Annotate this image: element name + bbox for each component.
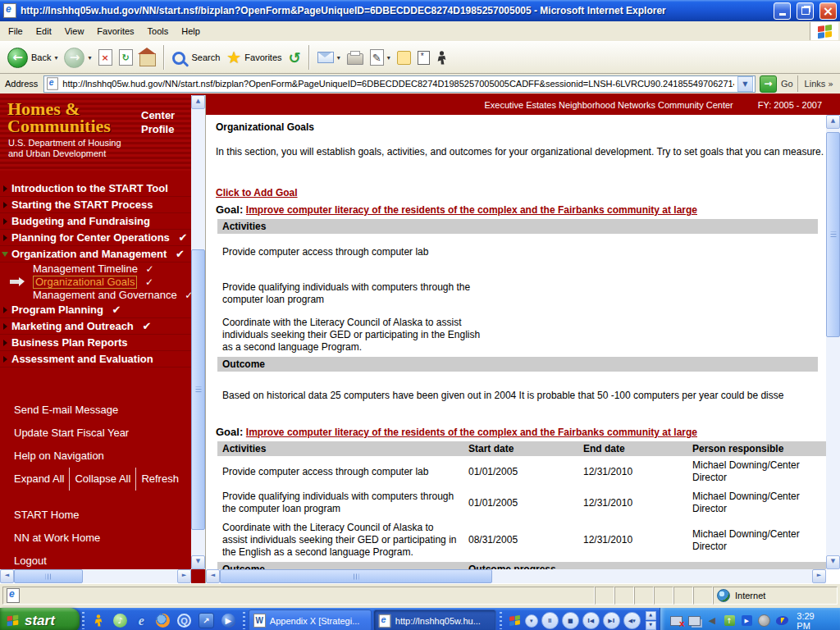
address-url[interactable]: http://lnshhq05w.hud.gov/NN/start.nsf/bi…	[62, 79, 734, 89]
scroll-down-icon[interactable]: ▼	[191, 555, 205, 569]
discuss-button[interactable]	[395, 49, 413, 66]
scrollbar-thumb[interactable]	[191, 249, 205, 530]
menu-edit[interactable]: Edit	[30, 26, 58, 36]
start-button[interactable]: start	[0, 608, 80, 630]
toolbar-grip[interactable]	[500, 612, 502, 629]
scrollbar-thumb[interactable]	[220, 569, 492, 583]
scroll-up-icon[interactable]: ▲	[191, 95, 205, 109]
mail-dropdown-icon[interactable]: ▾	[337, 54, 340, 62]
music-player-icon[interactable]: ♪	[113, 614, 127, 628]
go-button[interactable]: Go	[781, 79, 793, 89]
firefox-icon[interactable]	[156, 614, 170, 628]
nn-at-work-home-link[interactable]: NN at Work Home	[0, 527, 205, 550]
collapse-all-link[interactable]: Collapse All	[69, 468, 135, 491]
nav-organization-management[interactable]: Organization and Management ✔	[0, 246, 205, 262]
nav-marketing-outreach[interactable]: Marketing and Outreach ✔	[0, 318, 205, 335]
scroll-down-icon[interactable]: ▼	[826, 555, 840, 569]
sidebar-horizontal-scrollbar[interactable]: ◄ ►	[0, 569, 191, 583]
next-track-button[interactable]: ▶I	[603, 612, 620, 629]
media-dropdown-icon[interactable]: ▾	[525, 614, 538, 628]
nav-program-planning[interactable]: Program Planning ✔	[0, 302, 205, 318]
task-button-word[interactable]: W Appendix X [Strategi...	[249, 609, 372, 630]
clock[interactable]: 3:29 PM	[797, 611, 829, 630]
nav-organizational-goals-current[interactable]: Organizational Goals ✓	[0, 276, 205, 289]
history-button[interactable]: ↺	[286, 48, 304, 68]
edit-dropdown-icon[interactable]: ▾	[387, 54, 390, 62]
favorites-button[interactable]: ★ Favorites	[224, 48, 284, 67]
update-fiscal-year-link[interactable]: Update Start Fiscal Year	[0, 422, 205, 445]
stop-button[interactable]: ×	[96, 48, 115, 67]
deskband-down-icon[interactable]: ▼	[646, 621, 656, 630]
menu-view[interactable]: View	[58, 26, 91, 36]
previous-track-button[interactable]: I◀	[582, 612, 600, 629]
menu-file[interactable]: File	[2, 26, 30, 36]
sidebar-vertical-scrollbar[interactable]: ▲ ▼	[191, 95, 205, 569]
mail-button[interactable]: ▾	[315, 50, 343, 65]
goal-link-1[interactable]: Improve computer literacy of the residen…	[246, 204, 697, 216]
back-button[interactable]: ← Back ▾	[5, 46, 60, 70]
deskband-up-icon[interactable]: ▲	[646, 611, 656, 620]
scrollbar-thumb[interactable]	[14, 569, 83, 583]
safely-remove-hardware-icon[interactable]: ↑	[724, 614, 735, 627]
back-dropdown-icon[interactable]: ▾	[54, 54, 57, 62]
links-toolbar[interactable]: Links »	[797, 75, 837, 92]
start-home-link[interactable]: START Home	[0, 504, 205, 527]
nav-management-governance[interactable]: Management and Governance ✓	[0, 289, 205, 302]
globe-tray-icon[interactable]	[758, 614, 770, 627]
toolbar-grip[interactable]	[243, 612, 245, 629]
nav-assessment-evaluation[interactable]: Assessment and Evaluation	[0, 351, 205, 368]
scroll-right-icon[interactable]: ►	[812, 569, 826, 583]
nav-introduction[interactable]: Introduction to the START Tool	[0, 180, 205, 197]
nav-planning-operations[interactable]: Planning for Center Operations ✔	[0, 230, 205, 246]
restore-button[interactable]	[797, 2, 814, 20]
scroll-up-icon[interactable]: ▲	[826, 115, 840, 129]
scrollbar-thumb[interactable]	[826, 132, 840, 337]
edit-button[interactable]: ✎ ▾	[368, 48, 393, 67]
search-button[interactable]: Search	[170, 48, 223, 66]
media-tray-icon[interactable]: ▶	[741, 614, 752, 627]
forward-dropdown-icon[interactable]: ▾	[88, 54, 91, 62]
volume-icon[interactable]: ◀	[706, 614, 718, 627]
nav-starting-process[interactable]: Starting the START Process	[0, 197, 205, 213]
expand-all-link[interactable]: Expand All	[14, 468, 69, 491]
goal-link-2[interactable]: Improve computer literacy of the residen…	[246, 427, 697, 438]
help-navigation-link[interactable]: Help on Navigation	[0, 445, 205, 468]
go-arrow-icon[interactable]: →	[760, 75, 777, 93]
refresh-link[interactable]: Refresh	[135, 468, 184, 491]
nav-management-timeline[interactable]: Management Timeline ✓	[0, 262, 205, 276]
main-vertical-scrollbar[interactable]: ▲ ▼	[826, 115, 840, 569]
volume-button[interactable]: ◀▾	[623, 612, 641, 629]
forward-button[interactable]: → ▾	[62, 46, 94, 70]
menu-help[interactable]: Help	[175, 26, 207, 36]
refresh-button[interactable]: ↻	[116, 48, 135, 67]
network-icon[interactable]	[688, 614, 701, 627]
minimize-button[interactable]	[774, 2, 791, 20]
research-button[interactable]	[415, 49, 432, 66]
quicktime-icon[interactable]: Q	[177, 614, 191, 628]
pause-button[interactable]: II	[541, 612, 559, 629]
scroll-left-icon[interactable]: ◄	[206, 569, 220, 583]
menu-favorites[interactable]: Favorites	[90, 26, 140, 36]
aim-icon[interactable]	[92, 614, 106, 628]
nav-budgeting[interactable]: Budgeting and Fundraising	[0, 213, 205, 230]
scroll-left-icon[interactable]: ◄	[0, 569, 14, 583]
menu-tools[interactable]: Tools	[141, 26, 176, 36]
main-horizontal-scrollbar[interactable]: ◄ ►	[206, 569, 826, 583]
messenger-button[interactable]	[434, 49, 450, 66]
links-chevron-icon[interactable]: »	[828, 79, 833, 89]
task-button-ie-active[interactable]: http://lnshhq05w.hu...	[373, 609, 496, 630]
network-disconnected-icon[interactable]	[670, 614, 682, 627]
nav-business-plan-reports[interactable]: Business Plan Reports	[0, 335, 205, 351]
address-dropdown-button[interactable]: ▼	[737, 76, 753, 92]
home-button[interactable]	[137, 48, 158, 68]
app-launcher-icon[interactable]: ↗	[199, 613, 214, 628]
add-goal-link[interactable]: Click to Add Goal	[216, 187, 298, 199]
send-email-link[interactable]: Send E-mail Message	[0, 399, 205, 422]
messenger-tray-icon[interactable]	[776, 614, 788, 627]
media-player-icon[interactable]: ▶	[221, 614, 235, 628]
print-button[interactable]	[345, 48, 366, 66]
internet-explorer-icon[interactable]: e	[135, 614, 148, 628]
address-input[interactable]: http://lnshhq05w.hud.gov/NN/start.nsf/bi…	[43, 75, 756, 93]
close-button[interactable]: ×	[819, 2, 837, 20]
stop-button[interactable]: ■	[562, 612, 579, 629]
